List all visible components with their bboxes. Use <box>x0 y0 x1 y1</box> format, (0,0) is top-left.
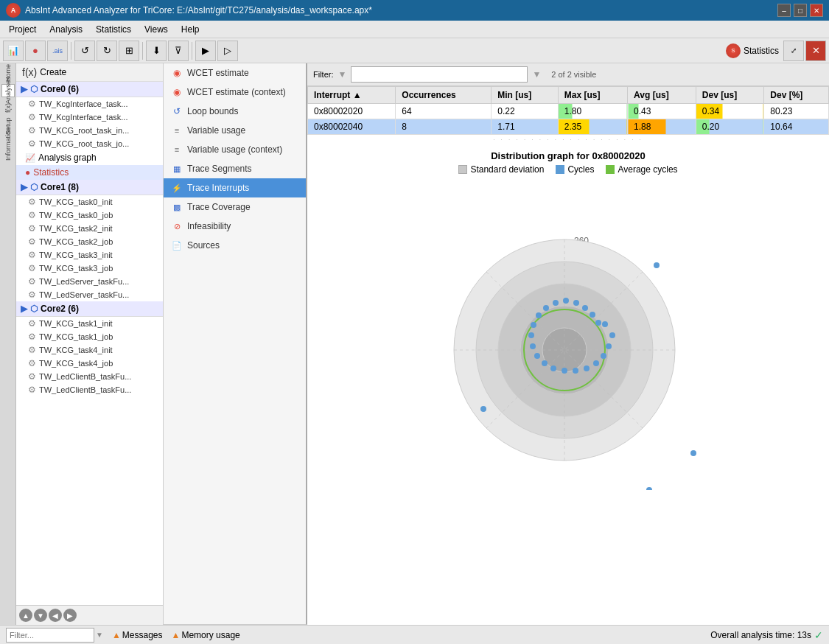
scroll-right-btn[interactable]: ▶ <box>63 609 77 622</box>
menu-var[interactable]: ≡ Variable usage <box>164 121 306 140</box>
core0-label: Core0 (6) <box>41 84 79 94</box>
menu-wcet-ctx[interactable]: ◉ WCET estimate (context) <box>164 83 306 102</box>
tree-group-core2[interactable]: ▶ ⬡ Core2 (6) <box>16 301 163 317</box>
svg-point-28 <box>536 312 542 318</box>
status-filter-input[interactable] <box>6 628 94 643</box>
memory-label: Memory usage <box>181 630 239 640</box>
tree-item-c1-7[interactable]: ⚙TW_LedServer_taskFu... <box>16 275 163 288</box>
table-row-selected[interactable]: 0x80002040 8 1.71 2.35 1.88 0.20 10.64 <box>308 119 829 135</box>
tree-item-kcg1[interactable]: ⚙TW_KcgInterface_task... <box>16 97 163 111</box>
core2-label: Core2 (6) <box>41 304 79 314</box>
tree-item-c2-6[interactable]: ⚙TW_LedClientB_taskFu... <box>16 383 163 396</box>
toolbar-btn-filter[interactable]: ⊽ <box>168 41 189 61</box>
menu-infeasibility[interactable]: ⊘ Infeasibility <box>164 217 306 236</box>
var-ctx-label: Variable usage (context) <box>187 144 282 155</box>
tree-group-core1[interactable]: ▶ ⬡ Core1 (8) <box>16 180 163 195</box>
menu-views[interactable]: Views <box>139 23 174 36</box>
cell-avg-2: 1.88 <box>628 119 696 135</box>
core1-label: Core1 (8) <box>41 182 79 192</box>
toolbar-btn-pie[interactable]: ● <box>25 41 46 61</box>
tree-item-c1-2[interactable]: ⚙TW_KCG_task0_job <box>16 209 163 222</box>
table-row[interactable]: 0x80002020 64 0.22 1.80 0.43 0.34 80.23 <box>308 104 829 119</box>
col-occurrences: Occurrences <box>396 87 492 104</box>
tree-item-statistics[interactable]: ● Statistics <box>16 165 163 180</box>
cell-interrupt-2: 0x80002040 <box>308 119 396 135</box>
menu-trace-coverage[interactable]: ▩ Trace Coverage <box>164 197 306 217</box>
legend-stddev-label: Standard deviation <box>470 164 544 175</box>
menu-statistics[interactable]: Statistics <box>90 23 137 36</box>
tree-item-kcg2[interactable]: ⚙TW_KcgInterface_task... <box>16 111 163 124</box>
toolbar-btn-arrow2[interactable]: ↻ <box>97 41 117 61</box>
tree-item-c1-6[interactable]: ⚙TW_KCG_task3_job <box>16 262 163 275</box>
tree-item-analysis-graph[interactable]: 📈 Analysis graph <box>16 150 163 165</box>
app-logo: A <box>6 3 21 18</box>
toolbar-btn-ais[interactable]: .ais <box>47 41 68 61</box>
tree-group-core0[interactable]: ▶ ⬡ Core0 (6) <box>16 82 163 97</box>
menu-var-ctx[interactable]: ≡ Variable usage (context) <box>164 140 306 159</box>
create-label: Create <box>40 67 66 77</box>
tree-item-c2-5[interactable]: ⚙TW_LedClientB_taskFu... <box>16 370 163 383</box>
scroll-up-btn[interactable]: ▲ <box>19 609 32 622</box>
legend-stddev-color <box>458 165 467 174</box>
tree-item-c2-1[interactable]: ⚙TW_KCG_task1_init <box>16 317 163 330</box>
toolbar-btn-grid[interactable]: ⊞ <box>119 41 139 61</box>
toolbar-close-btn[interactable]: ✕ <box>805 41 826 61</box>
main-layout: Home Analyses f(x) Setup Information f(x… <box>0 63 829 625</box>
menu-analysis[interactable]: Analysis <box>43 23 88 36</box>
memory-btn[interactable]: ▲ Memory usage <box>172 630 240 640</box>
tree-item-c2-4[interactable]: ⚙TW_KCG_task4_job <box>16 357 163 370</box>
chart-title: Distribution graph for 0x80002020 <box>491 150 646 161</box>
menu-wcet[interactable]: ◉ WCET estimate <box>164 63 306 83</box>
polar-chart-svg: 360 274 189 103 <box>384 181 752 490</box>
svg-point-34 <box>590 312 595 318</box>
tree-item-c2-3[interactable]: ⚙TW_KCG_task4_init <box>16 343 163 357</box>
right-panel: Filter: ▼ ▼ 2 of 2 visible Interrupt ▲ O… <box>307 63 829 625</box>
create-button[interactable]: f(x) Create <box>16 63 163 82</box>
side-icon-info[interactable]: Information <box>1 137 15 150</box>
infeas-icon: ⊘ <box>171 220 183 232</box>
scroll-down-btn[interactable]: ▼ <box>34 609 47 622</box>
legend-avg: Average cycles <box>606 164 677 175</box>
side-icon-fx[interactable]: f(x) <box>1 102 15 115</box>
tree-item-c1-3[interactable]: ⚙TW_KCG_task2_init <box>16 222 163 235</box>
toolbar-btn-play[interactable]: ▶ <box>195 41 216 61</box>
col-interrupt[interactable]: Interrupt ▲ <box>308 87 396 104</box>
tree-item-c2-2[interactable]: ⚙TW_KCG_task1_job <box>16 330 163 343</box>
tree-item-c1-4[interactable]: ⚙TW_KCG_task2_job <box>16 235 163 248</box>
menu-trace-interrupts[interactable]: ⚡ Trace Interrupts <box>164 178 306 197</box>
scroll-left-btn[interactable]: ◀ <box>49 609 62 622</box>
menu-project[interactable]: Project <box>3 23 42 36</box>
side-icon-analyses[interactable]: Analyses <box>1 84 15 97</box>
trace-int-label: Trace Interrupts <box>187 183 249 193</box>
messages-btn[interactable]: ▲ Messages <box>112 630 163 640</box>
left-tree-panel: f(x) Create ▶ ⬡ Core0 (6) ⚙TW_KcgInterfa… <box>16 63 164 625</box>
legend-avg-color <box>606 165 615 174</box>
menu-sources[interactable]: 📄 Sources <box>164 236 306 255</box>
toolbar-btn-play2[interactable]: ▷ <box>217 41 238 61</box>
tree-item-c1-5[interactable]: ⚙TW_KCG_task3_init <box>16 248 163 262</box>
menu-loop[interactable]: ↺ Loop bounds <box>164 102 306 121</box>
filter-input[interactable] <box>351 66 528 83</box>
toolbar-btn-down[interactable]: ⬇ <box>146 41 167 61</box>
maximize-button[interactable]: □ <box>794 4 807 17</box>
chart-legend: Standard deviation Cycles Average cycles <box>458 164 677 175</box>
toolbar-btn-arrow[interactable]: ↺ <box>74 41 95 61</box>
minimize-button[interactable]: – <box>777 4 791 17</box>
cell-dev-2: 0.20 <box>696 119 763 135</box>
tree-item-root1[interactable]: ⚙TW_KCG_root_task_in... <box>16 124 163 137</box>
tree-item-root2[interactable]: ⚙TW_KCG_root_task_jo... <box>16 137 163 150</box>
window-title: AbsInt Advanced Analyzer for TriCore: E:… <box>25 5 372 15</box>
wcet-icon: ◉ <box>171 67 183 79</box>
close-button[interactable]: ✕ <box>810 4 823 17</box>
tree-item-c1-1[interactable]: ⚙TW_KCG_task0_init <box>16 195 163 209</box>
toolbar-btn-1[interactable]: 📊 <box>3 41 24 61</box>
legend-stddev: Standard deviation <box>458 164 544 175</box>
toolbar-expand-btn[interactable]: ⤢ <box>783 41 804 61</box>
menu-trace-segments[interactable]: ▦ Trace Segments <box>164 159 306 178</box>
tree-item-c1-8[interactable]: ⚙TW_LedServer_taskFu... <box>16 288 163 301</box>
svg-point-25 <box>530 343 536 349</box>
menu-help[interactable]: Help <box>175 23 206 36</box>
divider-dots: · · · · · · · · · · · · · · · · · · · · <box>307 135 829 144</box>
tree-scroll: ▶ ⬡ Core0 (6) ⚙TW_KcgInterface_task... ⚙… <box>16 82 163 605</box>
menu-bar: Project Analysis Statistics Views Help <box>0 21 829 38</box>
